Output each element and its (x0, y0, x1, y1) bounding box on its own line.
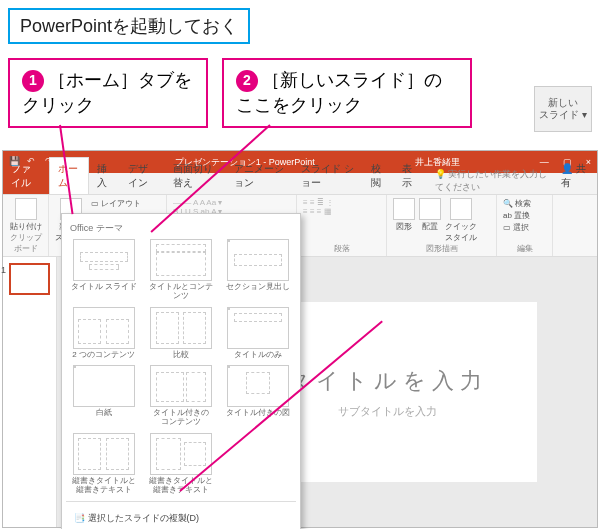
layout-picture-caption-label: タイトル付きの図 (226, 409, 290, 418)
shapes-icon (393, 198, 415, 220)
layout-comparison[interactable]: 比較 (145, 307, 216, 360)
layout-vertical-text-label: 縦書きタイトルと 縦書きテキスト (72, 477, 136, 495)
group-drawing: 図形 配置 クイック スタイル 図形描画 (387, 195, 497, 256)
menu-duplicate-slides[interactable]: 📑 選択したスライドの複製(D) (68, 508, 294, 529)
qat-save-icon[interactable]: 💾 (9, 156, 21, 168)
group-editing-label: 編集 (503, 243, 546, 254)
group-clipboard: 貼り付け クリップボード (3, 195, 49, 256)
callout-1: 1［ホーム］タブを クリック (8, 58, 208, 128)
share-label: 共有 (561, 163, 586, 188)
paste-button[interactable]: 貼り付け (9, 198, 42, 232)
paste-label: 貼り付け (10, 221, 42, 232)
layout-vertical-title-text-label: 縦書きタイトルと 縦書きテキスト (149, 477, 213, 495)
group-editing: 🔍 検索 ab 置換 ▭ 選択 編集 (497, 195, 553, 256)
shapes-button[interactable]: 図形 (393, 198, 415, 243)
callout-2-number: 2 (236, 70, 258, 92)
layout-comparison-label: 比較 (173, 351, 189, 360)
layout-title-content-label: タイトルとコンテンツ (145, 283, 216, 301)
thumbnail-slide-1[interactable]: 1 (9, 263, 50, 295)
find-button[interactable]: 🔍 検索 (503, 198, 546, 209)
layout-title-content[interactable]: タイトルとコンテンツ (145, 239, 216, 301)
shapes-label: 図形 (396, 221, 412, 232)
layout-content-caption-label: タイトル付きの コンテンツ (153, 409, 209, 427)
tab-design[interactable]: デザイン (120, 158, 166, 194)
arrange-icon (419, 198, 441, 220)
layout-blank[interactable]: 白紙 (68, 365, 139, 427)
layout-section-header[interactable]: セクション見出し (223, 239, 294, 301)
gallery-grid: タイトル スライド タイトルとコンテンツ セクション見出し 2 つのコンテンツ … (68, 239, 294, 495)
minimize-button[interactable]: — (540, 157, 549, 167)
tab-animations[interactable]: アニメーション (226, 158, 294, 194)
new-slide-sample-line1: 新しい (548, 97, 578, 109)
qat-undo-icon[interactable]: ↶ (27, 156, 39, 168)
layout-vertical-title-text[interactable]: 縦書きタイトルと 縦書きテキスト (145, 433, 216, 495)
tab-review[interactable]: 校閲 (363, 158, 394, 194)
quick-styles-button[interactable]: クイック スタイル (445, 198, 477, 243)
new-slide-sample-line2: スライド ▾ (539, 109, 587, 121)
layout-two-content[interactable]: 2 つのコンテンツ (68, 307, 139, 360)
layout-title-only-label: タイトルのみ (234, 351, 282, 360)
tell-me-box[interactable]: 💡 実行したい作業を入力してください (435, 168, 552, 194)
group-paragraph-label: 段落 (303, 243, 380, 254)
callout-2: 2［新しいスライド］の ここをクリック (222, 58, 472, 128)
layout-title-only[interactable]: タイトルのみ (223, 307, 294, 360)
title-placeholder[interactable]: タイトルを入力 (287, 366, 488, 396)
paste-icon (15, 198, 37, 220)
new-slide-sample-button: 新しい スライド ▾ (534, 86, 592, 132)
replace-button[interactable]: ab 置換 (503, 210, 546, 221)
callout-1-number: 1 (22, 70, 44, 92)
thumbnail-index: 1 (1, 265, 6, 275)
layout-label: レイアウト (101, 199, 141, 208)
gallery-separator (66, 501, 296, 502)
layout-content-caption[interactable]: タイトル付きの コンテンツ (145, 365, 216, 427)
group-paragraph: ≡ ≡ ≣ ⋮≡ ≡ ≡ ▦ 段落 (297, 195, 387, 256)
banner-launch-powerpoint: PowerPointを起動しておく (8, 8, 250, 44)
quick-styles-icon (450, 198, 472, 220)
callout-2-text: ［新しいスライド］の ここをクリック (236, 70, 442, 115)
find-label: 検索 (515, 199, 531, 208)
layout-blank-label: 白紙 (96, 409, 112, 418)
select-button[interactable]: ▭ 選択 (503, 222, 546, 233)
group-clipboard-label: クリップボード (9, 232, 42, 254)
share-button[interactable]: 👤 共有 (551, 158, 597, 194)
layout-section-header-label: セクション見出し (226, 283, 290, 292)
slide-thumbnails-pane[interactable]: 1 (3, 257, 57, 527)
group-drawing-label: 図形描画 (393, 243, 490, 254)
layout-two-content-label: 2 つのコンテンツ (72, 351, 135, 360)
tell-me-text: 実行したい作業を入力してください (435, 169, 548, 192)
paragraph-controls: ≡ ≡ ≣ ⋮≡ ≡ ≡ ▦ (303, 198, 380, 216)
new-slide-gallery: Office テーマ タイトル スライド タイトルとコンテンツ セクション見出し… (61, 213, 301, 529)
arrange-label: 配置 (422, 221, 438, 232)
arrange-button[interactable]: 配置 (419, 198, 441, 243)
ribbon-tabs: ファイル ホーム 挿入 デザイン 画面切り替え アニメーション スライド ショー… (3, 173, 597, 195)
callout-1-text: ［ホーム］タブを クリック (22, 70, 192, 115)
layout-title-slide-label: タイトル スライド (71, 283, 137, 292)
gallery-header: Office テーマ (68, 220, 294, 239)
subtitle-placeholder[interactable]: サブタイトルを入力 (338, 404, 437, 419)
replace-label: 置換 (514, 211, 530, 220)
layout-picture-caption[interactable]: タイトル付きの図 (223, 365, 294, 427)
tab-view[interactable]: 表示 (394, 158, 425, 194)
quick-styles-label: クイック スタイル (445, 221, 477, 243)
select-label: 選択 (513, 223, 529, 232)
layout-title-slide[interactable]: タイトル スライド (68, 239, 139, 301)
tab-transitions[interactable]: 画面切り替え (165, 158, 225, 194)
qat-redo-icon[interactable]: ↷ (45, 156, 57, 168)
tab-slideshow[interactable]: スライド ショー (293, 158, 363, 194)
powerpoint-window: 💾 ↶ ↷ ▷ プレゼンテーション1 - PowerPoint 井上香緒里 — … (2, 150, 598, 528)
tab-insert[interactable]: 挿入 (89, 158, 120, 194)
layout-button[interactable]: ▭ レイアウト (91, 198, 141, 209)
layout-vertical-text[interactable]: 縦書きタイトルと 縦書きテキスト (68, 433, 139, 495)
menu-duplicate-label: 選択したスライドの複製(D) (88, 513, 200, 523)
